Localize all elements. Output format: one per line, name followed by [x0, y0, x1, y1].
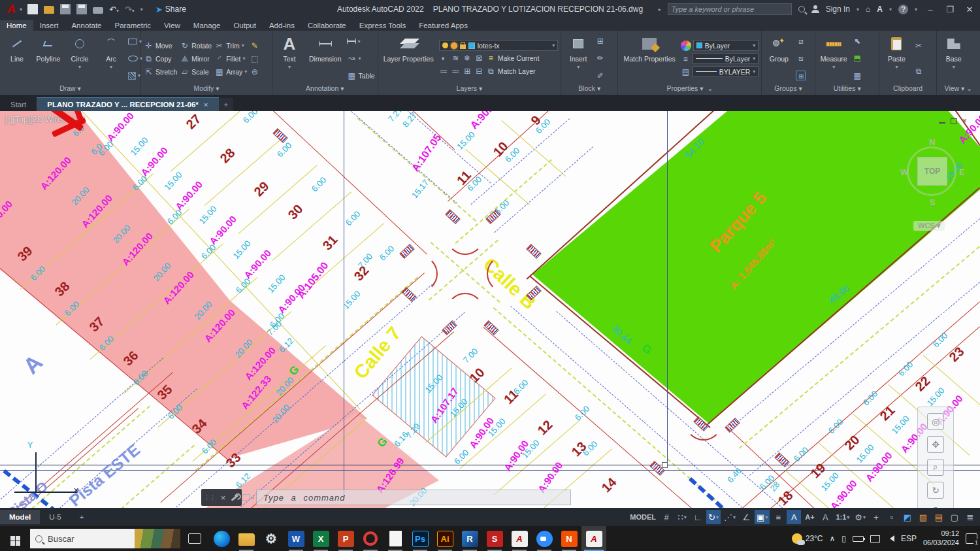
layer-lock-icon[interactable]: ⊠ [474, 54, 484, 63]
taskbar-sketchbook[interactable]: S [482, 526, 507, 551]
select-all-icon[interactable]: ⬒ [853, 54, 862, 63]
command-close-icon[interactable]: × [221, 493, 226, 503]
viewport-restore-icon[interactable] [951, 118, 957, 124]
plan-label[interactable]: 15.00 [197, 205, 218, 226]
save-as-icon[interactable] [76, 4, 87, 14]
taskbar-notepad[interactable] [383, 526, 408, 551]
hatch-tool[interactable] [128, 72, 136, 80]
layer-dropdown[interactable]: lotes-tx ▾ [439, 40, 558, 51]
status-isometric-drafting[interactable]: ⋰▾ [722, 510, 738, 524]
command-line-grip[interactable]: ⋮⋮ × [201, 489, 242, 506]
task-view-icon[interactable] [188, 533, 201, 544]
status-object-snap[interactable]: ▣▾ [755, 510, 770, 524]
status-current-scale[interactable]: 1:1▾ [834, 510, 851, 524]
layers-panel-label[interactable]: Layers ▾ [378, 84, 561, 95]
status-ortho-mode[interactable]: ∟ [691, 510, 705, 524]
viewcube-south[interactable]: S [930, 197, 936, 207]
status-graphics-performance[interactable]: ◩ [900, 510, 915, 524]
annotation-panel-label[interactable]: Annotation ▾ [272, 84, 378, 95]
copy-clip-icon[interactable]: ⧉ [913, 67, 923, 76]
ungroup-icon[interactable]: ⧄ [796, 37, 806, 46]
make-current-button[interactable]: Make Current [498, 54, 540, 62]
taskbar-autocad-active[interactable]: A [581, 526, 606, 551]
status-object-snap-tracking[interactable]: ∠ [739, 510, 753, 524]
ribbon-tab-view[interactable]: View [157, 20, 187, 31]
ribbon-tab-featured-apps[interactable]: Featured Apps [412, 20, 474, 31]
copy-tool[interactable]: ⧉Copy [144, 53, 177, 65]
network-icon[interactable] [870, 535, 880, 543]
drawing-canvas[interactable]: 393837363534336.006.006.006.006.006.006.… [0, 111, 980, 508]
search-history-caret-icon[interactable]: ▸ [659, 7, 661, 12]
ellipse-tool[interactable] [128, 56, 138, 61]
redo-icon[interactable]: ↷▾ [125, 5, 135, 14]
taskbar-excel[interactable]: X [308, 526, 333, 551]
plan-label[interactable]: 6.00 [344, 209, 361, 227]
zoom-extents-icon[interactable]: ⌕ [927, 459, 944, 476]
new-tab-button[interactable]: + [219, 98, 234, 111]
quick-calc-icon[interactable]: ▦ [853, 71, 862, 80]
linetype-dropdown[interactable]: ByLayer▾ [693, 53, 759, 64]
taskbar-file-explorer[interactable] [234, 526, 259, 551]
taskbar-word[interactable]: W [284, 526, 308, 551]
group-edit-icon[interactable]: ⧅ [796, 54, 806, 63]
create-block-icon[interactable]: ⊞ [595, 37, 605, 46]
ribbon-tab-insert[interactable]: Insert [33, 20, 65, 31]
close-button[interactable]: ✕ [963, 5, 976, 14]
status-trusted-autoload[interactable]: ▤ [932, 510, 946, 524]
plan-label[interactable]: A:90.00 [105, 111, 136, 143]
save-icon[interactable] [60, 4, 71, 14]
plan-label[interactable]: 6.00 [275, 141, 293, 158]
viewcube-top-face[interactable]: TOP [917, 157, 947, 186]
weather-widget[interactable]: 23°C [792, 533, 823, 544]
plan-label[interactable]: 20 [842, 433, 862, 452]
viewport-minimize-icon[interactable] [939, 122, 945, 124]
layer-freeze-icon[interactable]: ❄ [463, 54, 472, 63]
autocad-logo-icon[interactable]: A [3, 2, 20, 16]
taskbar-photoshop[interactable]: Ps [408, 526, 433, 551]
tray-expand-icon[interactable]: ∧ [830, 534, 836, 543]
stretch-tool[interactable]: ⇱Stretch [144, 66, 177, 78]
edit-attributes-icon[interactable]: ✐ [595, 71, 605, 80]
properties-panel-label[interactable]: Properties ▾ ⌄ [618, 84, 761, 95]
status-workspace-switching[interactable]: ⚙▾ [853, 510, 868, 524]
plan-label[interactable]: 15.17 [410, 178, 431, 199]
sign-in-link[interactable]: Sign In [826, 5, 850, 14]
command-recent-caret[interactable]: ▾ [252, 495, 254, 501]
restore-button[interactable]: ❐ [943, 5, 956, 14]
polyline-tool[interactable]: Polyline [34, 33, 63, 84]
plan-label[interactable]: A:90.00 [139, 145, 170, 178]
battery-icon[interactable] [853, 536, 864, 542]
taskbar-revit[interactable]: R [457, 526, 482, 551]
line-tool[interactable]: Line [3, 33, 31, 84]
paste-button[interactable]: Paste▾ [882, 33, 911, 84]
groups-panel-label[interactable]: Groups ▾ [762, 84, 815, 95]
plan-label[interactable]: A:107.05 [410, 132, 444, 173]
plan-label[interactable]: 15.00 [455, 130, 476, 151]
pan-icon[interactable]: ✥ [927, 436, 944, 453]
edit-block-icon[interactable]: ✏ [595, 54, 605, 63]
keyword-search-input[interactable]: Type a keyword or phrase [668, 3, 792, 15]
status-annotation-visibility[interactable]: A [787, 510, 801, 524]
ribbon-tab-parametric[interactable]: Parametric [108, 20, 158, 31]
match-layer-button[interactable]: Match Layer [498, 67, 536, 75]
taskbar-search[interactable]: Buscar [30, 529, 180, 548]
start-button[interactable] [0, 531, 30, 546]
plan-label[interactable]: 6.00 [452, 448, 470, 465]
ribbon-tab-annotate[interactable]: Annotate [65, 20, 108, 31]
plan-label[interactable]: 14 [599, 475, 619, 495]
plan-label[interactable]: 15.00 [129, 136, 149, 158]
plan-label[interactable]: A:90.00 [174, 179, 204, 212]
clock[interactable]: 09:1206/03/2024 [923, 529, 959, 548]
scale-tool[interactable]: ▱Scale [180, 66, 212, 78]
plan-label[interactable]: 27 [184, 112, 203, 131]
ribbon-tab-manage[interactable]: Manage [187, 20, 227, 31]
status-quick-properties[interactable]: ▫ [885, 510, 899, 524]
mirror-tool[interactable]: ⟁Mirror [180, 53, 212, 65]
trim-tool[interactable]: ✂Trim▾ [214, 40, 247, 52]
text-tool[interactable]: AText▾ [275, 33, 304, 84]
navigation-bar[interactable]: ◎ ✥ ⌕ ↻ ▾ [917, 407, 954, 508]
cut-icon[interactable]: ✂ [913, 41, 923, 50]
plan-label[interactable]: 30 [286, 202, 305, 222]
plan-label[interactable]: A:105.00 [295, 260, 330, 301]
status-customization[interactable]: ≣ [963, 510, 977, 524]
